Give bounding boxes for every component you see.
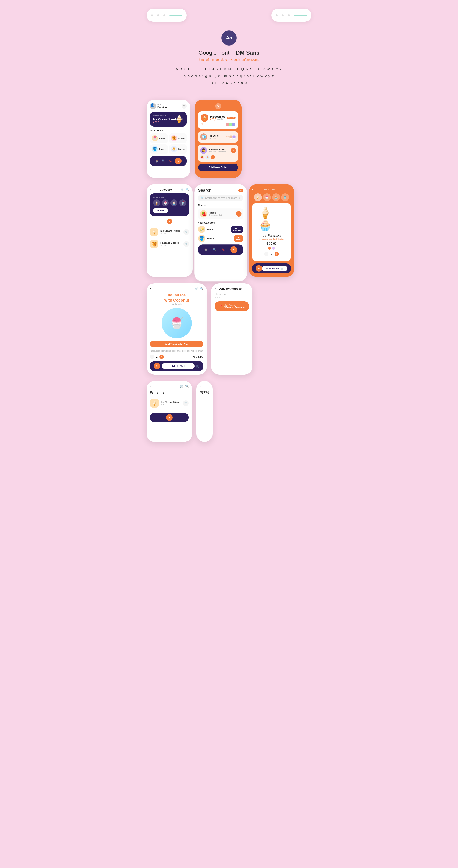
phone-bag-partial: ‹ My Bag [196,381,213,442]
p6-product-card: 🍦🧁 Ice Pancake Strawberry, 1 Vanilla, 3 … [252,203,291,261]
font-section: Aa Google Font – DM Sans https://fonts.g… [176,30,282,87]
font-badge: Aa [221,30,237,45]
p5-cart-icon[interactable]: 🛒 [195,287,198,290]
p4-search-icon[interactable]: 🔍 [186,188,189,191]
p3-like-icon[interactable]: ♡ [201,123,203,126]
p6-back-icon[interactable]: ‹ [252,188,253,191]
katarina-plus-icon[interactable]: + [210,155,215,159]
p3-add-order-btn[interactable]: Add New Order [198,164,238,171]
p3-chevron-icon[interactable]: ∨ [215,103,221,109]
phone-italian-ice: ‹ 🛒 🔍 Italian Ice with Coconut Vanilla, … [146,283,207,375]
phone-search: Search 22 🔍 Search any ice cream or dish… [194,184,247,281]
p2-search-icon: 🔍 [201,196,204,199]
p1-offers-grid: 🍧 Butter 🥞 Pancak 🪣 Bucket 🍮 Creepe [150,133,187,154]
phone-home: 👤 Hello Damian ♡ Dessert for today Ice C… [146,100,190,178]
p6-favorite-btn[interactable]: ♥ [256,265,262,272]
p4-browse-btn[interactable]: Browse [153,208,168,213]
bag-back-icon[interactable]: ‹ [200,384,201,388]
p1-bookmark-icon[interactable]: 🔖 [168,159,172,162]
p5-fav-btn[interactable]: ♥ [154,363,160,369]
p1-search-nav-icon[interactable]: 🔍 [162,159,165,162]
p2-nav-bar: 🏠 🔍 🔖 ● [198,244,243,255]
p5-add-to-cart-btn[interactable]: Add to Cart [162,363,195,369]
p1-item-pancak[interactable]: 🥞 Pancak [169,133,187,143]
p5-product-title-line1: Italian Ice [150,293,203,298]
p2-search-nav-icon[interactable]: 🔍 [213,248,217,251]
phone-category: ‹ Category 🛒 🔍 I want to eat... 🍦 🍧 🧁 🥤 [146,184,193,277]
p4-purple-banner: I want to eat... 🍦 🍧 🧁 🥤 Browse [150,193,189,216]
p4-back-icon[interactable]: ‹ [150,188,151,191]
p4-cart-icon[interactable]: 🛒 [181,188,184,191]
p2-recent-add-btn[interactable]: + [236,211,241,217]
p5-cart-nav-icon[interactable]: 🛒 [196,364,200,368]
top-phone-left [146,9,187,22]
phone-wishlist: ‹ 🛒 🔍 Whishlist 🍦 Ice Cream Tripple € 5,… [146,381,192,442]
p4-category-icons: 🍦 🍧 🧁 🥤 [153,199,186,206]
p6-color-options [255,247,288,250]
p8-pin-icon: 📍 [219,305,223,308]
p4-item-2[interactable]: 🥞 Pancake Eggroll € 3,19 🛒 [150,238,189,250]
p5-minus-btn[interactable]: − [150,354,154,359]
p1-nav-bar: 🏠 🔍 🔖 ● [150,156,187,166]
katarina-collection-icons: 🍓 🧁 + [200,155,236,159]
bag-title: My Bag [200,391,209,394]
p5-topping-btn[interactable]: Add Topping for You [150,341,203,347]
p2-cat-bucket[interactable]: 🪣 Bucket 38 Menu [198,235,243,242]
p2-search-title: Search [198,188,211,193]
p2-search-bar[interactable]: 🔍 Search any ice cream or dishes ⚙ [198,195,243,201]
p4-title: Category [160,188,172,191]
font-uppercase: A B C D E F G H I J K L M N O P Q R S T … [176,66,282,87]
p8-back-icon[interactable]: ‹ [215,287,216,290]
p7-fav-btn[interactable]: ♥ [166,414,173,421]
p2-notification-badge: 22 [238,189,243,192]
p2-active-btn[interactable]: ● [230,246,237,253]
p3-katarina-card[interactable]: 👩 Katarina Surta Add new 7 collections ›… [198,145,238,162]
phone-pancake: ‹ I want to eat... 🍦 🍧 🧁 🥤 🍦🧁 Ice Pancak… [249,184,294,277]
p5-back-icon[interactable]: ‹ [150,287,151,290]
p2-cat2-badge: 38 Menu [234,235,243,242]
p1-item-creepe[interactable]: 🍮 Creepe [169,144,187,154]
p6-minus-btn[interactable]: − [264,252,268,256]
katarina-arrow-icon[interactable]: › [231,148,236,153]
p8-address-btn[interactable]: 📍 Save Address Warsaw, Polandia [215,302,249,311]
p7-wishlist-item-1[interactable]: 🍦 Ice Cream Tripple € 5,3 0 🛒 [150,397,189,409]
p2-bookmark-icon[interactable]: 🔖 [222,248,225,251]
p4-chevron-icon[interactable]: ∨ [167,219,172,224]
p4-cart-btn-1[interactable]: 🛒 [184,229,189,235]
p3-maracon-card[interactable]: 🍦 Maracon Ice € 33,5 Vanilla 20% OFF ♡ [198,111,238,129]
p5-plus-btn[interactable]: + [159,354,164,359]
p4-cart-btn-2[interactable]: 🛒 [184,241,189,247]
p4-item-1[interactable]: 🍦 Ice Cream Tripple € 5,30 🛒 [150,226,189,238]
p1-favorite-icon[interactable]: ♡ [182,103,187,109]
p7-cart-btn[interactable]: 🛒 [183,400,189,406]
p7-search-icon[interactable]: 🔍 [185,384,189,388]
p6-plus-btn[interactable]: + [274,252,279,256]
p2-recent-item[interactable]: 🍓 Fruit's 3 konda ice diet + [198,208,243,219]
p1-active-btn[interactable]: ● [175,158,182,164]
p1-item-butter[interactable]: 🍧 Butter [150,133,168,143]
p3-ice-steak-card[interactable]: 🧊 Ice Steak 17 items ♡ [198,131,238,143]
font-link[interactable]: https://fonts.google.com/specimen/DM+San… [176,58,282,61]
p6-add-to-cart-btn[interactable]: Add to Cart 🛒 [262,266,287,272]
p6-category-row: 🍦 🍧 🧁 🥤 [252,193,291,201]
p6-cart-icon: 🛒 [281,267,284,270]
p8-delivery-title: Delivery Address [219,287,241,290]
p7-cart-icon[interactable]: 🛒 [180,384,184,388]
p2-cat1-badge: 234 Discount [231,226,243,232]
p2-cat-butter[interactable]: 🧈 Butter 234 Discount [198,226,243,233]
p2-filter-icon[interactable]: ⚙ [238,197,240,199]
p1-home-icon[interactable]: 🏠 [155,159,159,162]
p6-nav-bar: ♥ Add to Cart 🛒 [252,264,291,273]
p5-qty-row: − 2 + € 35,00 [150,354,203,359]
top-phone-right [271,9,312,22]
p8-dots [215,297,249,298]
p7-back-icon[interactable]: ‹ [150,384,151,388]
p1-item-bucket[interactable]: 🪣 Bucket [150,144,168,154]
p7-wishlist-title: Whishlist [150,391,189,395]
p5-search-icon[interactable]: 🔍 [200,287,203,290]
font-title: Google Font – DM Sans [176,50,282,56]
p5-product-title-line2: with Coconut [150,298,203,303]
p2-home-icon[interactable]: 🏠 [204,248,208,251]
p5-product-image: 🍧 [162,308,192,338]
p1-username: Damian [158,106,167,109]
